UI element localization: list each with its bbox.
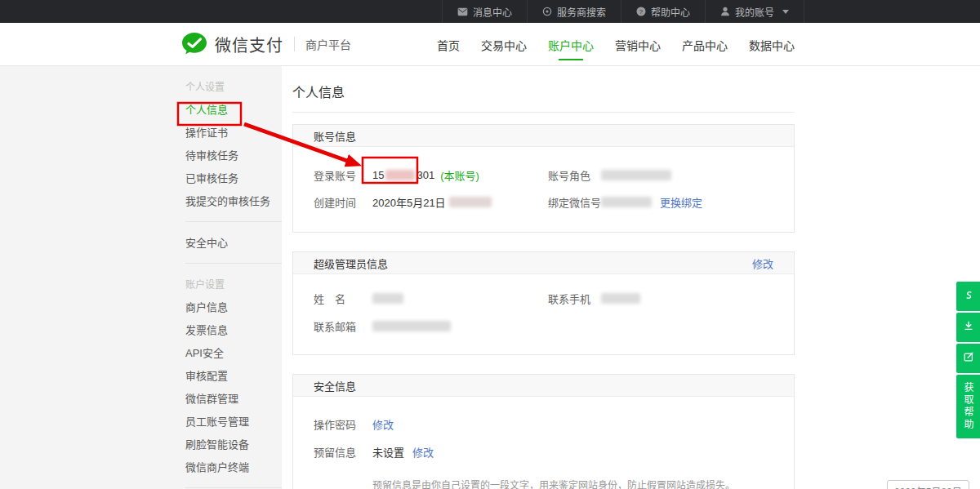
header-divider bbox=[294, 37, 295, 51]
nav-marketing-center[interactable]: 营销中心 bbox=[615, 23, 661, 66]
section-title: 账号信息 bbox=[314, 128, 356, 144]
reserve-info-value: 未设置 bbox=[372, 444, 404, 460]
sidebar-group-account-settings: 账户设置 bbox=[0, 272, 282, 295]
header: 微信支付 商户平台 首页 交易中心 账户中心 营销中心 产品中心 数据中心 bbox=[0, 23, 980, 66]
fab-feedback-button[interactable] bbox=[956, 344, 980, 373]
nav-data-center[interactable]: 数据中心 bbox=[749, 23, 795, 66]
description-line: 预留信息是由你自己设置的一段文字，用来鉴定网站身份，防止假冒网站造成损失。 bbox=[372, 478, 794, 489]
topbar-item-label: 帮助中心 bbox=[651, 5, 690, 19]
fab-link-button[interactable] bbox=[956, 282, 980, 311]
topbar-item-label: 我的账号 bbox=[735, 5, 774, 19]
super-admin-header: 超级管理员信息 修改 bbox=[293, 252, 794, 274]
floating-action-panel: 获取帮助 bbox=[956, 282, 980, 440]
sidebar-item-personal-info[interactable]: 个人信息 bbox=[0, 97, 282, 120]
sidebar-item-wechat-merchant-terminal[interactable]: 微信商户终端 bbox=[0, 455, 282, 478]
page-body: 个人设置 个人信息 操作证书 待审核任务 已审核任务 我提交的审核任务 安全中心… bbox=[0, 66, 980, 489]
bound-wechat-redacted bbox=[601, 197, 652, 207]
operation-password-label: 操作密码 bbox=[314, 416, 372, 432]
platform-subtitle: 商户平台 bbox=[305, 36, 351, 52]
security-info-card: 安全信息 操作密码 修改 预留信息 未设置 修改 预留 bbox=[292, 374, 795, 489]
sidebar-item-invoice-info[interactable]: 发票信息 bbox=[0, 318, 282, 340]
login-account-prefix: 15 bbox=[372, 169, 384, 181]
sidebar-item-merchant-info[interactable]: 商户信息 bbox=[0, 295, 282, 318]
account-role-label: 账号角色 bbox=[548, 167, 601, 183]
super-admin-body: 姓 名 联系手机 联系邮箱 bbox=[293, 274, 794, 354]
reserve-info-description: 预留信息是由你自己设置的一段文字，用来鉴定网站身份，防止假冒网站造成损失。 配置… bbox=[372, 478, 794, 489]
nav-transaction-center[interactable]: 交易中心 bbox=[481, 23, 527, 66]
edit-icon bbox=[963, 351, 974, 366]
login-account-redacted bbox=[385, 170, 415, 180]
sidebar-item-api-security[interactable]: API安全 bbox=[0, 340, 282, 363]
wechat-pay-logo[interactable] bbox=[181, 32, 207, 56]
sidebar-item-review-config[interactable]: 审核配置 bbox=[0, 363, 282, 386]
created-time-value: 2020年5月21日 bbox=[372, 194, 492, 210]
change-binding-link[interactable]: 更换绑定 bbox=[660, 194, 702, 210]
bound-wechat-label: 绑定微信号 bbox=[548, 194, 601, 210]
created-date: 2020年5月21日 bbox=[372, 194, 446, 210]
security-info-body: 操作密码 修改 预留信息 未设置 修改 预留信息是由你自己设置的一段文字，用来鉴… bbox=[293, 397, 794, 489]
sidebar-divider bbox=[185, 221, 282, 222]
created-time-redacted bbox=[449, 197, 492, 207]
help-icon: ? bbox=[636, 7, 646, 16]
download-icon bbox=[963, 320, 974, 335]
get-help-label: 获取帮助 bbox=[961, 382, 975, 431]
page-title: 个人信息 bbox=[292, 82, 980, 101]
account-info-card: 账号信息 登录账号 15 301 (本账号) 账号角色 bbox=[292, 124, 795, 233]
sidebar-item-security-center[interactable]: 安全中心 bbox=[0, 230, 282, 253]
super-admin-card: 超级管理员信息 修改 姓 名 联系手机 联系邮箱 bbox=[292, 251, 795, 355]
topbar: 消息中心 服务商搜索 ? 帮助中心 我的账号 bbox=[0, 0, 980, 23]
sidebar-item-operation-certificate[interactable]: 操作证书 bbox=[0, 120, 282, 143]
created-time-label: 创建时间 bbox=[314, 194, 372, 210]
main-nav: 首页 交易中心 账户中心 营销中心 产品中心 数据中心 bbox=[437, 23, 795, 66]
topbar-item-message-center[interactable]: 消息中心 bbox=[442, 0, 527, 23]
contact-phone-redacted bbox=[601, 293, 640, 304]
sidebar-item-pending-review-tasks[interactable]: 待审核任务 bbox=[0, 143, 282, 166]
contact-phone-label: 联系手机 bbox=[548, 291, 601, 306]
topbar-items: 消息中心 服务商搜索 ? 帮助中心 我的账号 bbox=[442, 0, 804, 23]
account-role-redacted bbox=[601, 170, 671, 180]
sidebar-item-face-smart-device[interactable]: 刷脸智能设备 bbox=[0, 432, 282, 455]
reserve-info-label: 预留信息 bbox=[314, 444, 372, 460]
contact-email-redacted bbox=[372, 321, 451, 331]
fab-download-button[interactable] bbox=[956, 313, 980, 342]
sidebar-divider bbox=[185, 263, 282, 264]
topbar-item-help-center[interactable]: ? 帮助中心 bbox=[621, 0, 705, 23]
sidebar-group-personal-settings: 个人设置 bbox=[0, 74, 282, 97]
chevron-down-icon bbox=[782, 10, 789, 14]
sidebar-item-staff-account-management[interactable]: 员工账号管理 bbox=[0, 409, 282, 432]
sidebar-divider bbox=[185, 487, 282, 488]
svg-text:?: ? bbox=[639, 8, 643, 16]
modify-admin-link[interactable]: 修改 bbox=[752, 256, 773, 271]
get-help-button[interactable]: 获取帮助 bbox=[956, 375, 980, 438]
current-account-tag: (本账号) bbox=[440, 167, 479, 183]
topbar-item-label: 服务商搜索 bbox=[557, 5, 606, 19]
nav-account-center[interactable]: 账户中心 bbox=[548, 23, 594, 66]
security-info-header: 安全信息 bbox=[293, 375, 794, 397]
modify-password-link[interactable]: 修改 bbox=[372, 416, 394, 432]
section-title: 超级管理员信息 bbox=[314, 256, 388, 271]
account-info-header: 账号信息 bbox=[293, 125, 794, 147]
nav-product-center[interactable]: 产品中心 bbox=[682, 23, 728, 66]
brand-title: 微信支付 bbox=[215, 33, 283, 56]
sidebar-item-wechat-group-management[interactable]: 微信群管理 bbox=[0, 386, 282, 409]
sidebar-item-reviewed-tasks[interactable]: 已审核任务 bbox=[0, 166, 282, 189]
sidebar: 个人设置 个人信息 操作证书 待审核任务 已审核任务 我提交的审核任务 安全中心… bbox=[0, 66, 282, 489]
topbar-item-my-account[interactable]: 我的账号 bbox=[705, 0, 804, 23]
name-redacted bbox=[372, 293, 403, 304]
date-tooltip: 2020年5月22日 bbox=[887, 480, 969, 489]
login-account-label: 登录账号 bbox=[314, 167, 372, 183]
contact-email-label: 联系邮箱 bbox=[314, 318, 372, 334]
topbar-item-service-search[interactable]: 服务商搜索 bbox=[527, 0, 621, 23]
sidebar-item-my-submitted-review-tasks[interactable]: 我提交的审核任务 bbox=[0, 189, 282, 211]
login-account-value: 15 301 (本账号) bbox=[372, 167, 479, 183]
message-icon bbox=[457, 7, 468, 16]
topbar-item-label: 消息中心 bbox=[473, 5, 512, 19]
title-divider bbox=[292, 112, 795, 113]
link-icon bbox=[962, 289, 974, 305]
main-content: 个人信息 账号信息 登录账号 15 301 (本账号) bbox=[282, 66, 980, 489]
modify-reserve-link[interactable]: 修改 bbox=[412, 444, 434, 460]
login-account-suffix: 301 bbox=[416, 169, 434, 181]
nav-home[interactable]: 首页 bbox=[437, 23, 460, 66]
name-label: 姓 名 bbox=[314, 291, 372, 306]
account-info-body: 登录账号 15 301 (本账号) 账号角色 bbox=[293, 147, 794, 232]
